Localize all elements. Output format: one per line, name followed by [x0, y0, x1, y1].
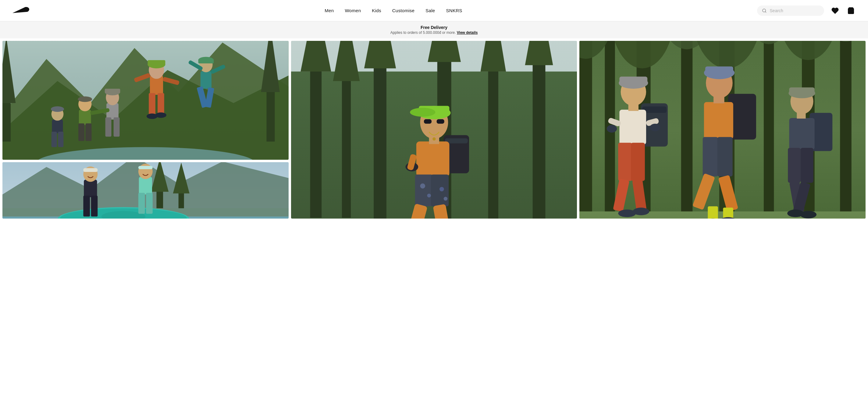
cart-button[interactable] — [846, 6, 856, 16]
svg-rect-118 — [802, 41, 815, 219]
svg-rect-64 — [83, 168, 97, 172]
svg-rect-163 — [809, 113, 832, 151]
svg-rect-133 — [643, 106, 666, 113]
svg-point-131 — [812, 218, 856, 219]
banner-subtitle: Applies to orders of 5.000.000đ or more.… — [5, 30, 863, 35]
svg-rect-16 — [158, 93, 164, 115]
svg-point-139 — [618, 210, 636, 217]
svg-marker-79 — [428, 41, 461, 62]
banner-subtitle-text: Applies to orders of 5.000.000đ or more. — [391, 30, 456, 35]
svg-rect-137 — [613, 179, 629, 212]
svg-rect-166 — [801, 148, 813, 183]
svg-point-169 — [789, 88, 815, 98]
svg-marker-83 — [525, 41, 553, 65]
photo-forest-walk[interactable] — [579, 41, 866, 219]
svg-rect-43 — [205, 87, 214, 107]
nav-snkrs[interactable]: SNKRS — [446, 8, 462, 13]
svg-rect-49 — [2, 162, 289, 219]
svg-rect-172 — [793, 181, 811, 213]
search-icon — [762, 8, 767, 13]
svg-rect-7 — [2, 75, 11, 142]
svg-point-92 — [427, 193, 431, 197]
heart-icon — [831, 7, 839, 14]
svg-marker-81 — [480, 41, 506, 72]
wishlist-button[interactable] — [830, 6, 840, 16]
svg-rect-101 — [429, 134, 439, 144]
svg-rect-65 — [139, 177, 152, 194]
nav-men[interactable]: Men — [324, 8, 334, 13]
svg-rect-88 — [416, 142, 449, 177]
svg-rect-119 — [840, 41, 852, 219]
svg-rect-154 — [718, 175, 739, 212]
svg-rect-165 — [788, 148, 801, 183]
nav-women[interactable]: Women — [345, 8, 361, 13]
photo-grid — [0, 38, 868, 283]
svg-point-44 — [199, 57, 212, 72]
search-input[interactable] — [770, 8, 819, 13]
nav-customise[interactable]: Customise — [392, 8, 415, 13]
svg-rect-150 — [704, 102, 733, 139]
svg-rect-116 — [719, 41, 735, 219]
svg-rect-107 — [436, 119, 444, 124]
photo-group-jump[interactable] — [2, 41, 289, 160]
svg-point-27 — [106, 90, 119, 105]
svg-line-1 — [765, 11, 766, 12]
svg-point-142 — [621, 78, 646, 106]
svg-point-102 — [420, 106, 448, 139]
photo-person-sitting[interactable] — [291, 41, 577, 219]
svg-rect-66 — [138, 193, 145, 214]
svg-rect-95 — [406, 203, 427, 219]
svg-rect-53 — [179, 186, 184, 219]
svg-rect-51 — [156, 184, 163, 219]
svg-rect-32 — [86, 123, 92, 141]
photo-kayak[interactable] — [2, 162, 289, 219]
svg-rect-152 — [717, 137, 733, 176]
svg-rect-110 — [407, 154, 417, 171]
nav-sale[interactable]: Sale — [426, 8, 435, 13]
svg-rect-41 — [200, 71, 212, 89]
svg-point-28 — [105, 89, 120, 95]
svg-marker-73 — [301, 41, 331, 72]
bag-icon — [847, 7, 855, 14]
banner-link[interactable]: View details — [457, 30, 477, 35]
svg-rect-114 — [637, 41, 651, 219]
svg-rect-171 — [789, 181, 805, 213]
svg-rect-132 — [641, 103, 668, 147]
svg-rect-149 — [728, 94, 756, 140]
svg-rect-146 — [646, 118, 659, 126]
search-bar[interactable] — [757, 5, 824, 16]
svg-rect-153 — [692, 173, 715, 210]
svg-rect-37 — [52, 132, 57, 147]
nav-kids[interactable]: Kids — [372, 8, 381, 13]
svg-marker-54 — [173, 162, 190, 193]
svg-rect-31 — [78, 123, 85, 141]
svg-point-59 — [101, 211, 145, 219]
svg-point-105 — [410, 108, 435, 117]
svg-point-39 — [52, 107, 64, 120]
svg-rect-113 — [605, 41, 615, 219]
svg-rect-111 — [579, 41, 866, 219]
scene-forest-walk-svg — [579, 41, 866, 219]
svg-point-173 — [787, 210, 804, 217]
svg-point-157 — [704, 218, 723, 219]
svg-point-123 — [658, 41, 716, 50]
svg-rect-104 — [419, 106, 449, 116]
svg-rect-167 — [797, 110, 806, 119]
svg-point-158 — [719, 217, 737, 219]
logo[interactable] — [12, 7, 30, 14]
svg-rect-135 — [618, 143, 632, 181]
svg-rect-61 — [83, 196, 90, 217]
svg-rect-71 — [291, 72, 577, 219]
main-nav: Men Women Kids Customise Sale SNKRS — [324, 8, 462, 13]
svg-rect-155 — [708, 206, 718, 219]
svg-point-58 — [60, 208, 187, 219]
svg-point-91 — [420, 184, 425, 189]
svg-rect-82 — [532, 41, 545, 219]
svg-rect-24 — [106, 103, 119, 120]
nike-swoosh-icon — [12, 7, 30, 13]
scene-kayak-svg — [2, 162, 289, 219]
svg-rect-19 — [148, 60, 165, 66]
svg-rect-70 — [291, 41, 577, 219]
svg-rect-156 — [723, 208, 733, 219]
announcement-banner: Free Delivery Applies to orders of 5.000… — [0, 21, 868, 38]
